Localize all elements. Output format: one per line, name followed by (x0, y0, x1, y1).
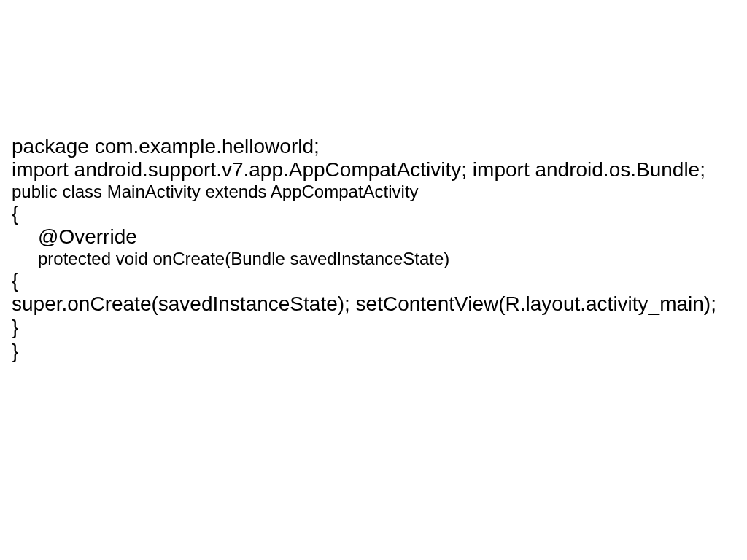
code-line: } (12, 340, 718, 363)
code-line: protected void onCreate(Bundle savedInst… (12, 249, 718, 269)
code-line: } (12, 316, 718, 339)
code-line: package com.example.helloworld; (12, 135, 718, 158)
code-line: { (12, 269, 718, 292)
code-line: @Override (12, 225, 718, 249)
code-line: { (12, 202, 718, 225)
code-line: super.onCreate(savedInstanceState); setC… (12, 292, 718, 316)
slide-content: package com.example.helloworld; import a… (0, 0, 747, 363)
code-line: public class MainActivity extends AppCom… (12, 182, 718, 202)
code-line: import android.support.v7.app.AppCompatA… (12, 158, 718, 182)
